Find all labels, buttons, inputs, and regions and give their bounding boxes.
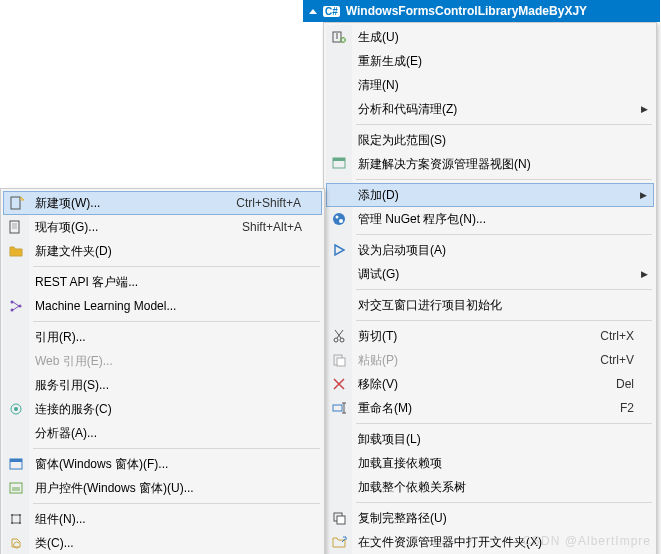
add-item-1[interactable]: 现有项(G)...Shift+Alt+A [3, 215, 322, 239]
menu-item-label: 粘贴(P) [358, 352, 560, 369]
separator [33, 321, 320, 322]
svg-rect-11 [333, 405, 342, 411]
add-item-10[interactable]: 连接的服务(C) [3, 397, 322, 421]
menu-item-label: 对交互窗口进行项目初始化 [358, 297, 634, 314]
add-item-5[interactable]: Machine Learning Model... [3, 294, 322, 318]
ctx-item-3[interactable]: 分析和代码清理(Z)▶ [326, 97, 654, 121]
separator [356, 320, 652, 321]
add-item-11[interactable]: 分析器(A)... [3, 421, 322, 445]
menu-item-label: REST API 客户端... [35, 274, 302, 291]
add-item-13[interactable]: 窗体(Windows 窗体)(F)... [3, 452, 322, 476]
menu-item-label: 现有项(G)... [35, 219, 202, 236]
menu-item-label: 剪切(T) [358, 328, 560, 345]
menu-item-label: 连接的服务(C) [35, 401, 302, 418]
svg-point-28 [19, 514, 21, 516]
menu-item-label: 窗体(Windows 窗体)(F)... [35, 456, 302, 473]
separator [356, 234, 652, 235]
ctx-item-11[interactable]: 设为启动项目(A) [326, 238, 654, 262]
shortcut-label: Ctrl+V [600, 353, 634, 367]
add-item-14[interactable]: 用户控件(Windows 窗体)(U)... [3, 476, 322, 500]
separator [33, 448, 320, 449]
expand-triangle-icon [309, 9, 317, 14]
ctx-item-19[interactable]: 重命名(M)F2 [326, 396, 654, 420]
svg-point-30 [19, 522, 21, 524]
svg-point-27 [11, 514, 13, 516]
add-item-2[interactable]: 新建文件夹(D) [3, 239, 322, 263]
menu-item-label: 新建项(W)... [35, 195, 196, 212]
usercontrol-icon [8, 480, 24, 496]
menu-item-label: 新建解决方案资源管理器视图(N) [358, 156, 634, 173]
submenu-arrow-icon: ▶ [640, 190, 647, 200]
ctx-item-6[interactable]: 新建解决方案资源管理器视图(N) [326, 152, 654, 176]
newview-icon [331, 156, 347, 172]
menu-item-label: 清理(N) [358, 77, 634, 94]
component-icon [8, 511, 24, 527]
menu-item-label: 调试(G) [358, 266, 634, 283]
submenu-arrow-icon: ▶ [641, 104, 648, 114]
add-item-9[interactable]: 服务引用(S)... [3, 373, 322, 397]
nuget-icon [331, 211, 347, 227]
menu-item-label: 重命名(M) [358, 400, 580, 417]
add-submenu: 新建项(W)...Ctrl+Shift+A现有项(G)...Shift+Alt+… [0, 188, 325, 554]
svg-point-5 [336, 216, 339, 219]
menu-item-label: 设为启动项目(A) [358, 242, 634, 259]
form-icon [8, 456, 24, 472]
startup-icon [331, 242, 347, 258]
shortcut-label: Ctrl+Shift+A [236, 196, 301, 210]
svg-point-7 [334, 338, 338, 342]
menu-item-label: 移除(V) [358, 376, 576, 393]
svg-rect-13 [337, 516, 345, 524]
connected-icon [8, 401, 24, 417]
ctx-item-0[interactable]: 生成(U) [326, 25, 654, 49]
add-item-17[interactable]: 类(C)... [3, 531, 322, 554]
menu-item-label: 限定为此范围(S) [358, 132, 634, 149]
separator [33, 266, 320, 267]
project-header[interactable]: C# WindowsFormsControlLibraryMadeByXJY [303, 0, 660, 22]
ctx-item-23[interactable]: 加载整个依赖关系树 [326, 475, 654, 499]
separator [33, 503, 320, 504]
separator [356, 502, 652, 503]
ctx-item-22[interactable]: 加载直接依赖项 [326, 451, 654, 475]
ctx-item-12[interactable]: 调试(G)▶ [326, 262, 654, 286]
menu-item-label: 添加(D) [358, 187, 633, 204]
add-item-4[interactable]: REST API 客户端... [3, 270, 322, 294]
ml-icon [8, 298, 24, 314]
project-context-menu: 生成(U)重新生成(E)清理(N)分析和代码清理(Z)▶限定为此范围(S)新建解… [323, 22, 657, 554]
ctx-item-16[interactable]: 剪切(T)Ctrl+X [326, 324, 654, 348]
menu-item-label: 新建文件夹(D) [35, 243, 302, 260]
svg-rect-3 [333, 158, 345, 161]
add-item-7[interactable]: 引用(R)... [3, 325, 322, 349]
svg-point-8 [340, 338, 344, 342]
ctx-item-5[interactable]: 限定为此范围(S) [326, 128, 654, 152]
ctx-item-9[interactable]: 管理 NuGet 程序包(N)... [326, 207, 654, 231]
menu-item-label: 加载直接依赖项 [358, 455, 634, 472]
menu-item-label: Machine Learning Model... [35, 299, 302, 313]
language-badge: C# [323, 6, 340, 17]
menu-item-label: 服务引用(S)... [35, 377, 302, 394]
svg-point-4 [333, 213, 345, 225]
menu-item-label: 引用(R)... [35, 329, 302, 346]
ctx-item-8[interactable]: 添加(D)▶ [326, 183, 654, 207]
ctx-item-25[interactable]: 复制完整路径(U) [326, 506, 654, 530]
menu-item-label: 用户控件(Windows 窗体)(U)... [35, 480, 302, 497]
newitem-icon [9, 195, 25, 211]
menu-item-label: 加载整个依赖关系树 [358, 479, 634, 496]
svg-rect-23 [10, 459, 22, 462]
ctx-item-21[interactable]: 卸载项目(L) [326, 427, 654, 451]
ctx-item-14[interactable]: 对交互窗口进行项目初始化 [326, 293, 654, 317]
ctx-item-1[interactable]: 重新生成(E) [326, 49, 654, 73]
separator [356, 423, 652, 424]
add-item-0[interactable]: 新建项(W)...Ctrl+Shift+A [3, 191, 322, 215]
class-icon [8, 535, 24, 551]
add-item-16[interactable]: 组件(N)... [3, 507, 322, 531]
rename-icon [331, 400, 347, 416]
paste-icon [331, 352, 347, 368]
ctx-item-2[interactable]: 清理(N) [326, 73, 654, 97]
svg-rect-15 [11, 197, 20, 209]
svg-point-29 [11, 522, 13, 524]
separator [356, 124, 652, 125]
ctx-item-18[interactable]: 移除(V)Del [326, 372, 654, 396]
menu-item-label: 生成(U) [358, 29, 634, 46]
svg-point-21 [14, 407, 18, 411]
submenu-arrow-icon: ▶ [641, 269, 648, 279]
